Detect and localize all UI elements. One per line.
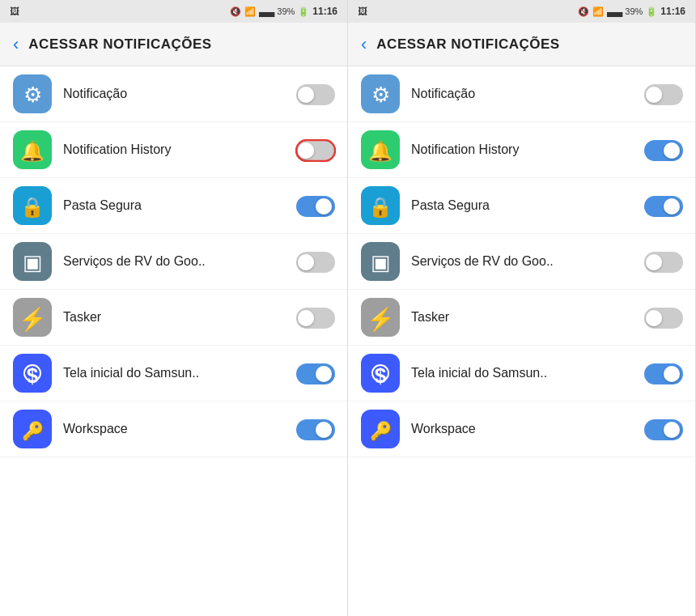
wifi-icon: 📶 xyxy=(244,6,256,17)
back-arrow-left[interactable]: ‹ xyxy=(13,34,19,55)
list-item-tela-inicial: $ Tela inicial do Samsun.. xyxy=(0,346,347,401)
svg-text:⚙: ⚙ xyxy=(23,83,42,107)
toggle-pasta-segura[interactable] xyxy=(295,195,334,216)
wifi-icon: 📶 xyxy=(592,6,604,17)
app-icon-servicos-rv: ▣ xyxy=(361,242,400,281)
svg-text:🔒: 🔒 xyxy=(20,195,45,219)
item-label-notificacao: Notificação xyxy=(411,87,643,101)
svg-point-32 xyxy=(646,87,662,103)
mute-icon: 🔇 xyxy=(230,6,241,17)
list-item-tela-inicial: $ Tela inicial do Samsun.. xyxy=(348,346,695,401)
app-icon-tela-inicial: $ xyxy=(361,354,400,393)
app-icon-pasta-segura: 🔒 xyxy=(361,186,400,225)
list-item-workspace: 🔑 Workspace xyxy=(348,401,695,457)
toggle-notification-history[interactable] xyxy=(643,139,682,160)
toggle-tela-inicial[interactable] xyxy=(295,363,334,384)
list-item-tasker: ⚡ Tasker xyxy=(0,290,347,346)
svg-text:⚡: ⚡ xyxy=(19,306,47,333)
app-icon-tasker: ⚡ xyxy=(361,298,400,337)
toggle-tela-inicial[interactable] xyxy=(643,363,682,384)
svg-text:▣: ▣ xyxy=(371,250,391,274)
app-icon-notificacao: ⚙ xyxy=(13,74,52,113)
svg-point-53 xyxy=(664,366,680,382)
list-item-tasker: ⚡ Tasker xyxy=(348,290,695,346)
list-item-servicos-rv: ▣ Serviços de RV do Goo.. xyxy=(348,234,695,290)
item-label-notification-history: Notification History xyxy=(63,142,295,157)
header-title-right: ACESSAR NOTIFICAÇÕES xyxy=(376,36,559,53)
svg-text:🔔: 🔔 xyxy=(20,139,45,163)
toggle-notificacao[interactable] xyxy=(643,83,682,104)
photo-icon: 🖼 xyxy=(358,6,367,17)
svg-point-44 xyxy=(646,254,662,270)
item-label-tela-inicial: Tela inicial do Samsun.. xyxy=(411,366,643,380)
list-container-left: ⚙ Notificação 🔔 Notification History xyxy=(0,66,347,616)
list-item-pasta-segura: 🔒 Pasta Segura xyxy=(348,178,695,234)
mute-icon: 🔇 xyxy=(578,6,589,17)
status-right: 🔇 📶 ▄▄▄ 39% 🔋 11:16 xyxy=(578,6,685,17)
svg-point-57 xyxy=(664,422,680,438)
battery-label: 39% xyxy=(277,6,295,16)
toggle-notificacao[interactable] xyxy=(295,83,334,104)
list-item-notificacao: ⚙ Notificação xyxy=(348,66,695,122)
list-item-notification-history: 🔔 Notification History xyxy=(0,122,347,178)
app-icon-workspace: 🔑 xyxy=(13,410,52,448)
svg-text:🔔: 🔔 xyxy=(368,139,393,163)
toggle-tasker[interactable] xyxy=(643,307,682,328)
svg-text:⚙: ⚙ xyxy=(371,83,390,107)
status-left: 🖼 xyxy=(358,6,367,17)
svg-point-24 xyxy=(316,366,332,382)
app-icon-tela-inicial: $ xyxy=(13,354,52,393)
header-title-left: ACESSAR NOTIFICAÇÕES xyxy=(28,36,211,53)
list-item-servicos-rv: ▣ Serviços de RV do Goo.. xyxy=(0,234,347,290)
item-label-servicos-rv: Serviços de RV do Goo.. xyxy=(411,254,643,269)
battery-icon: 🔋 xyxy=(646,6,657,17)
app-icon-tasker: ⚡ xyxy=(13,298,52,337)
svg-point-3 xyxy=(298,87,314,103)
toggle-servicos-rv[interactable] xyxy=(295,251,334,272)
header-left: ‹ ACESSAR NOTIFICAÇÕES xyxy=(0,23,347,66)
svg-point-40 xyxy=(664,198,680,215)
item-label-tasker: Tasker xyxy=(63,310,295,325)
panel-right: 🖼 🔇 📶 ▄▄▄ 39% 🔋 11:16 ‹ ACESSAR NOTIFICA… xyxy=(348,0,696,616)
app-icon-notification-history: 🔔 xyxy=(361,130,400,169)
list-item-pasta-segura: 🔒 Pasta Segura xyxy=(0,178,347,234)
item-label-notificacao: Notificação xyxy=(63,87,295,101)
status-bar-left: 🖼 🔇 📶 ▄▄▄ 39% 🔋 11:16 xyxy=(0,0,347,23)
list-item-notification-history: 🔔 Notification History xyxy=(348,122,695,178)
item-label-tela-inicial: Tela inicial do Samsun.. xyxy=(63,366,295,380)
item-label-workspace: Workspace xyxy=(411,422,643,436)
toggle-workspace[interactable] xyxy=(643,418,682,440)
status-bar-right: 🖼 🔇 📶 ▄▄▄ 39% 🔋 11:16 xyxy=(348,0,695,23)
panel-left: 🖼 🔇 📶 ▄▄▄ 39% 🔋 11:16 ‹ ACESSAR NOTIFICA… xyxy=(0,0,348,616)
toggle-pasta-segura[interactable] xyxy=(643,195,682,216)
svg-text:🔒: 🔒 xyxy=(368,195,393,219)
item-label-notification-history: Notification History xyxy=(411,142,643,157)
svg-point-15 xyxy=(298,254,314,270)
svg-point-48 xyxy=(646,310,662,326)
svg-point-19 xyxy=(298,310,314,326)
signal-icon: ▄▄▄ xyxy=(259,7,274,16)
svg-point-36 xyxy=(664,142,680,159)
toggle-servicos-rv[interactable] xyxy=(643,251,682,272)
battery-label: 39% xyxy=(625,6,643,16)
list-item-workspace: 🔑 Workspace xyxy=(0,401,347,457)
time-label: 11:16 xyxy=(660,6,685,17)
svg-text:▣: ▣ xyxy=(23,250,43,274)
item-label-pasta-segura: Pasta Segura xyxy=(63,198,295,213)
toggle-workspace[interactable] xyxy=(295,418,334,440)
svg-text:🔑: 🔑 xyxy=(370,420,393,442)
app-icon-servicos-rv: ▣ xyxy=(13,242,52,281)
toggle-tasker[interactable] xyxy=(295,307,334,328)
svg-point-7 xyxy=(298,142,314,159)
item-label-pasta-segura: Pasta Segura xyxy=(411,198,643,213)
toggle-notification-history[interactable] xyxy=(295,139,334,160)
app-icon-notification-history: 🔔 xyxy=(13,130,52,169)
back-arrow-right[interactable]: ‹ xyxy=(361,34,367,55)
signal-icon: ▄▄▄ xyxy=(607,7,622,16)
photo-icon: 🖼 xyxy=(10,6,19,17)
status-right: 🔇 📶 ▄▄▄ 39% 🔋 11:16 xyxy=(230,6,337,17)
svg-point-28 xyxy=(316,422,332,438)
item-label-workspace: Workspace xyxy=(63,422,295,436)
list-container-right: ⚙ Notificação 🔔 Notification History xyxy=(348,66,695,616)
svg-text:🔑: 🔑 xyxy=(22,420,45,442)
